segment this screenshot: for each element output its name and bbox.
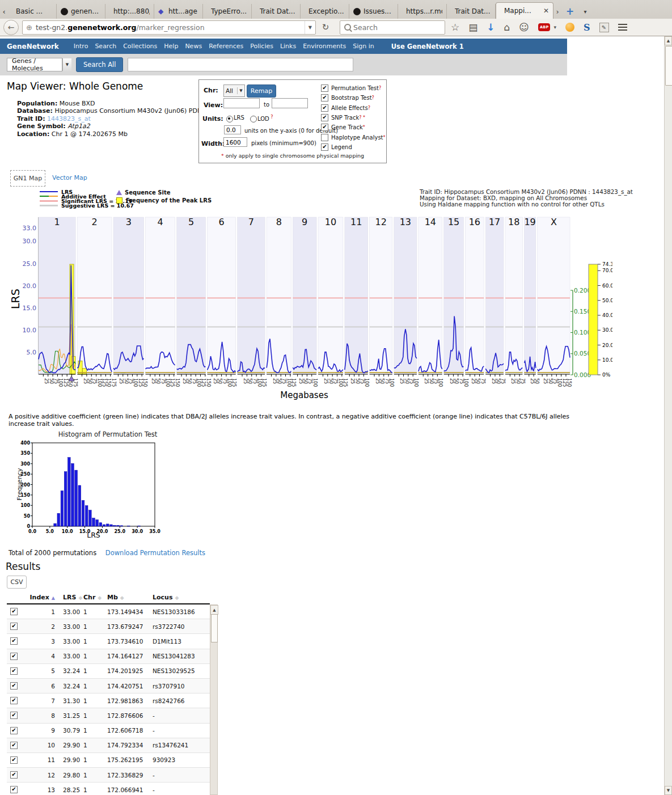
tab-scroll-left-icon[interactable]: ‹ <box>0 4 8 19</box>
browser-tab[interactable]: https...r.md <box>398 4 447 19</box>
nav-item-news[interactable]: News <box>185 43 202 50</box>
new-tab-button[interactable]: + <box>561 4 578 19</box>
column-header-index[interactable]: Index▲ <box>29 594 55 601</box>
browser-tab[interactable]: genen... <box>57 4 105 19</box>
back-button[interactable]: ← <box>3 20 19 35</box>
help-question-icon[interactable]: * <box>383 135 386 140</box>
help-question-icon[interactable]: ? <box>372 95 374 100</box>
row-checkbox-icon[interactable]: ✔ <box>10 608 18 615</box>
note-edit-icon[interactable]: ✎ <box>599 23 609 32</box>
units-radio-lod[interactable] <box>250 116 257 122</box>
row-checkbox-icon[interactable]: ✔ <box>10 667 18 675</box>
units-radio-lrs[interactable] <box>226 116 233 122</box>
url-dropdown-icon[interactable]: ▼ <box>305 21 315 34</box>
yaxis-units-input[interactable] <box>224 125 241 134</box>
column-header-lrs[interactable]: LRS◆ <box>55 594 81 601</box>
chr-select[interactable]: All▼ <box>223 84 245 97</box>
table-scrollbar-thumb[interactable] <box>211 614 218 642</box>
tab-scroll-right-icon[interactable]: › <box>553 4 561 19</box>
bookmark-star-icon[interactable]: ☆ <box>451 22 459 33</box>
checkbox-checked-icon[interactable]: ✔ <box>321 143 328 151</box>
option-legend[interactable]: ✔Legend <box>321 143 352 151</box>
remap-button[interactable]: Remap <box>247 84 276 98</box>
home-icon[interactable]: ⌂ <box>504 22 510 33</box>
download-permutation-link[interactable]: Download Permutation Results <box>105 549 205 557</box>
search-category-select[interactable]: Genes / Molecules <box>7 58 62 71</box>
url-bar[interactable]: ⊕ test-gn2.genenetwork.org/marker_regres… <box>22 20 316 35</box>
option-snp-track[interactable]: ✔SNP Track ? * <box>321 114 365 121</box>
scroll-up-icon[interactable]: ▲ <box>665 36 672 45</box>
width-input[interactable] <box>223 137 247 147</box>
site-identity-icon[interactable]: ⊕ <box>26 23 32 32</box>
row-checkbox-icon[interactable]: ✔ <box>10 637 18 645</box>
nav-item-intro[interactable]: Intro <box>74 43 88 50</box>
browser-tab[interactable]: Exceptio... <box>301 4 349 19</box>
checkbox-unchecked-icon[interactable] <box>321 134 328 141</box>
view-from-input[interactable] <box>223 98 260 108</box>
browser-tab[interactable]: Mappi...✕ <box>496 2 553 19</box>
browser-tab[interactable]: Basic ... <box>8 4 57 19</box>
messenger-icon[interactable]: ☺ <box>519 22 529 33</box>
tab-list-dropdown-icon[interactable]: ▾ <box>578 4 592 19</box>
help-question-icon[interactable]: ? <box>368 105 370 111</box>
session-manager-icon[interactable]: S <box>584 22 590 33</box>
row-checkbox-icon[interactable]: ✔ <box>10 727 18 734</box>
help-question-icon[interactable]: ? <box>269 115 273 120</box>
adblock-dropdown-icon[interactable]: ▾ <box>553 24 556 30</box>
search-category-dropdown-icon[interactable]: ▼ <box>62 58 71 71</box>
row-checkbox-icon[interactable]: ✔ <box>10 756 18 764</box>
table-scroll-up-icon[interactable]: ▲ <box>210 605 218 615</box>
adblock-icon[interactable]: ABP <box>538 23 550 31</box>
column-header-chr[interactable]: Chr◆ <box>81 594 107 601</box>
checkbox-checked-icon[interactable]: ✔ <box>321 94 328 102</box>
use-genenetwork1-link[interactable]: Use GeneNetwork 1 <box>391 43 464 50</box>
checkbox-checked-icon[interactable]: ✔ <box>321 104 328 112</box>
browser-tab[interactable]: Trait Dat... <box>252 4 301 19</box>
row-checkbox-icon[interactable]: ✔ <box>10 623 18 630</box>
tab-vector-map[interactable]: Vector Map <box>52 174 87 181</box>
browser-tab[interactable]: Trait Dat... <box>447 4 496 19</box>
option-bootstrap-test[interactable]: ✔Bootstrap Test ? <box>321 94 374 102</box>
bookmarks-sidebar-icon[interactable]: ▤ <box>468 22 477 33</box>
column-header-mb[interactable]: Mb◆ <box>107 594 153 601</box>
browser-tab[interactable]: ◆htt...age <box>154 4 203 19</box>
nav-item-policies[interactable]: Policies <box>250 43 273 50</box>
nav-item-help[interactable]: Help <box>164 43 178 50</box>
nav-item-sign-in[interactable]: Sign in <box>353 43 374 50</box>
sort-icon[interactable]: ◆ <box>175 595 179 601</box>
checkbox-checked-icon[interactable]: ✔ <box>321 84 328 92</box>
quick-search-input[interactable] <box>128 58 353 71</box>
scroll-down-icon[interactable]: ▼ <box>665 786 672 795</box>
option-allele-effects[interactable]: ✔Allele Effects ? <box>321 104 370 112</box>
row-checkbox-icon[interactable]: ✔ <box>10 682 18 690</box>
browser-tab[interactable]: TypeErro... <box>203 4 252 19</box>
row-checkbox-icon[interactable]: ✔ <box>10 712 18 719</box>
row-checkbox-icon[interactable]: ✔ <box>10 697 18 704</box>
search-input[interactable] <box>352 23 445 32</box>
search-bar[interactable] <box>340 20 445 35</box>
option-gene-track[interactable]: ✔Gene Track * <box>321 124 365 131</box>
menu-icon[interactable] <box>618 24 627 25</box>
nav-item-environments[interactable]: Environments <box>303 43 346 50</box>
reload-icon[interactable]: ↻ <box>319 22 332 32</box>
csv-button[interactable]: CSV <box>7 576 27 589</box>
page-scrollbar[interactable]: ▲ ▼ <box>664 36 672 795</box>
option-permutation-test[interactable]: ✔Permutation Test ? <box>321 84 381 92</box>
trait-id-link[interactable]: 1443823_s_at <box>45 115 91 122</box>
search-all-button[interactable]: Search All <box>76 57 123 72</box>
nav-item-references[interactable]: References <box>209 43 243 50</box>
nav-item-search[interactable]: Search <box>95 43 116 50</box>
checkbox-checked-icon[interactable]: ✔ <box>321 114 328 121</box>
results-table-scrollbar[interactable]: ▲ <box>210 604 218 795</box>
row-checkbox-icon[interactable]: ✔ <box>10 653 18 660</box>
column-header-locus[interactable]: Locus◆ <box>153 594 206 601</box>
nav-item-links[interactable]: Links <box>280 43 296 50</box>
help-question-icon[interactable]: * <box>363 125 365 130</box>
option-haplotype-analyst[interactable]: Haplotype Analyst * <box>321 134 386 141</box>
tab-close-icon[interactable]: ✕ <box>543 7 549 15</box>
webdev-icon[interactable] <box>565 23 574 32</box>
checkbox-checked-icon[interactable]: ✔ <box>321 124 328 131</box>
browser-tab[interactable]: http:...880/ <box>105 4 154 19</box>
scrollbar-thumb[interactable] <box>665 46 672 86</box>
sort-icon[interactable]: ◆ <box>120 595 124 601</box>
